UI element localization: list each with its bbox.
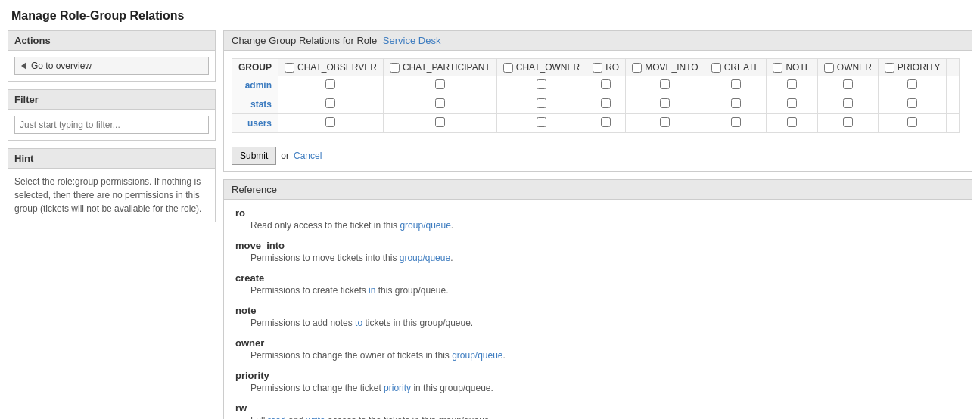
cell-users-create bbox=[705, 114, 767, 133]
table-row: users bbox=[232, 114, 960, 133]
permissions-table: GROUP CHAT_OBSERVER CHAT_PARTI bbox=[232, 58, 960, 133]
hint-title: Hint bbox=[8, 149, 215, 169]
group-link-admin[interactable]: admin bbox=[245, 80, 272, 91]
table-row: admin bbox=[232, 76, 960, 95]
col-header-chat-owner: CHAT_OWNER bbox=[496, 59, 586, 76]
ref-desc-move_into: Permissions to move tickets into this gr… bbox=[235, 251, 960, 265]
cell-admin-priority bbox=[878, 76, 947, 95]
cell-admin-chat_participant bbox=[383, 76, 496, 95]
checkbox-stats-note[interactable] bbox=[787, 98, 797, 108]
hint-text: Select the role:group permissions. If no… bbox=[14, 175, 209, 216]
checkbox-admin-ro[interactable] bbox=[601, 79, 611, 89]
role-name-link[interactable]: Service Desk bbox=[383, 35, 441, 46]
ref-link[interactable]: priority bbox=[384, 383, 411, 393]
checkbox-stats-move_into[interactable] bbox=[660, 98, 670, 108]
cell-users-move_into bbox=[626, 114, 705, 133]
cell-stats-chat_participant bbox=[383, 95, 496, 114]
checkbox-users-priority[interactable] bbox=[907, 117, 917, 127]
cell-stats-chat_observer bbox=[278, 95, 384, 114]
checkbox-admin-owner[interactable] bbox=[843, 79, 853, 89]
cancel-link[interactable]: Cancel bbox=[294, 151, 322, 161]
ref-link[interactable]: group/queue bbox=[452, 350, 502, 361]
col-header-owner: OWNER bbox=[817, 59, 878, 76]
ref-desc-priority: Permissions to change the ticket priorit… bbox=[235, 381, 960, 395]
checkbox-stats-chat_participant[interactable] bbox=[435, 98, 445, 108]
checkbox-admin-priority[interactable] bbox=[907, 79, 917, 89]
cell-extra bbox=[947, 114, 960, 133]
checkbox-users-owner[interactable] bbox=[843, 117, 853, 127]
checkbox-admin-note[interactable] bbox=[787, 79, 797, 89]
col-header-chat-participant: CHAT_PARTICIPANT bbox=[383, 59, 496, 76]
ref-link[interactable]: group/queue bbox=[400, 253, 450, 263]
cell-group-stats: stats bbox=[232, 95, 278, 114]
or-text: or bbox=[281, 151, 289, 161]
checkbox-admin-chat_participant[interactable] bbox=[435, 79, 445, 89]
check-all-chat-observer[interactable] bbox=[285, 63, 294, 73]
col-header-priority: PRIORITY bbox=[878, 59, 947, 76]
sidebar: Actions Go to overview Filter Hint Selec… bbox=[8, 30, 216, 419]
ref-link[interactable]: write bbox=[306, 415, 325, 419]
checkbox-stats-priority[interactable] bbox=[907, 98, 917, 108]
check-all-note[interactable] bbox=[773, 63, 782, 73]
check-all-move-into[interactable] bbox=[632, 63, 642, 73]
change-group-section: Change Group Relations for Role Service … bbox=[223, 30, 972, 172]
checkbox-users-chat_participant[interactable] bbox=[435, 117, 445, 127]
arrow-left-icon bbox=[21, 62, 26, 70]
ref-desc-owner: Permissions to change the owner of ticke… bbox=[235, 349, 960, 362]
cell-stats-move_into bbox=[626, 95, 705, 114]
checkbox-users-move_into[interactable] bbox=[660, 117, 670, 127]
form-actions: Submit or Cancel bbox=[224, 141, 972, 171]
cell-stats-priority bbox=[878, 95, 947, 114]
ref-link[interactable]: group/queue bbox=[400, 220, 450, 231]
ref-term-move_into: move_into bbox=[235, 240, 960, 251]
ref-link[interactable]: in bbox=[369, 285, 375, 296]
cell-group-admin: admin bbox=[232, 76, 278, 95]
check-all-chat-owner[interactable] bbox=[503, 63, 513, 73]
check-all-chat-participant[interactable] bbox=[390, 63, 400, 73]
col-header-move-into: MOVE_INTO bbox=[626, 59, 705, 76]
checkbox-admin-move_into[interactable] bbox=[660, 79, 670, 89]
cell-users-note bbox=[767, 114, 817, 133]
content-area: Change Group Relations for Role Service … bbox=[223, 30, 972, 419]
checkbox-stats-ro[interactable] bbox=[601, 98, 611, 108]
checkbox-users-ro[interactable] bbox=[601, 117, 611, 127]
goto-overview-button[interactable]: Go to overview bbox=[14, 57, 209, 75]
cell-extra bbox=[947, 76, 960, 95]
check-all-create[interactable] bbox=[711, 63, 721, 73]
checkbox-stats-chat_observer[interactable] bbox=[325, 98, 335, 108]
ref-link[interactable]: read bbox=[268, 415, 286, 419]
group-link-users[interactable]: users bbox=[247, 118, 272, 129]
cell-admin-chat_observer bbox=[278, 76, 384, 95]
checkbox-stats-owner[interactable] bbox=[843, 98, 853, 108]
col-header-note: NOTE bbox=[767, 59, 817, 76]
checkbox-admin-create[interactable] bbox=[731, 79, 741, 89]
checkbox-users-chat_owner[interactable] bbox=[537, 117, 546, 127]
reference-title: Reference bbox=[224, 180, 972, 200]
cell-users-owner bbox=[817, 114, 878, 133]
ref-link[interactable]: to bbox=[355, 318, 362, 328]
cell-users-chat_owner bbox=[496, 114, 586, 133]
filter-input[interactable] bbox=[14, 116, 209, 134]
ref-term-ro: ro bbox=[235, 207, 960, 219]
ref-desc-rw: Full read and write access to the ticket… bbox=[235, 414, 960, 419]
checkbox-users-chat_observer[interactable] bbox=[325, 117, 335, 127]
checkbox-admin-chat_owner[interactable] bbox=[537, 79, 546, 89]
col-header-group: GROUP bbox=[232, 59, 278, 76]
cell-admin-move_into bbox=[626, 76, 705, 95]
cell-admin-chat_owner bbox=[496, 76, 586, 95]
check-all-ro[interactable] bbox=[593, 63, 602, 73]
cell-stats-create bbox=[705, 95, 767, 114]
checkbox-stats-create[interactable] bbox=[731, 98, 741, 108]
group-link-stats[interactable]: stats bbox=[250, 99, 272, 110]
checkbox-users-note[interactable] bbox=[787, 117, 797, 127]
checkbox-stats-chat_owner[interactable] bbox=[537, 98, 546, 108]
submit-button[interactable]: Submit bbox=[232, 147, 276, 165]
check-all-owner[interactable] bbox=[824, 63, 834, 73]
checkbox-admin-chat_observer[interactable] bbox=[325, 79, 335, 89]
check-all-priority[interactable] bbox=[885, 63, 894, 73]
table-row: stats bbox=[232, 95, 960, 114]
filter-section: Filter bbox=[8, 89, 216, 141]
checkbox-users-create[interactable] bbox=[731, 117, 741, 127]
col-header-chat-observer: CHAT_OBSERVER bbox=[278, 59, 384, 76]
hint-section: Hint Select the role:group permissions. … bbox=[8, 148, 216, 222]
